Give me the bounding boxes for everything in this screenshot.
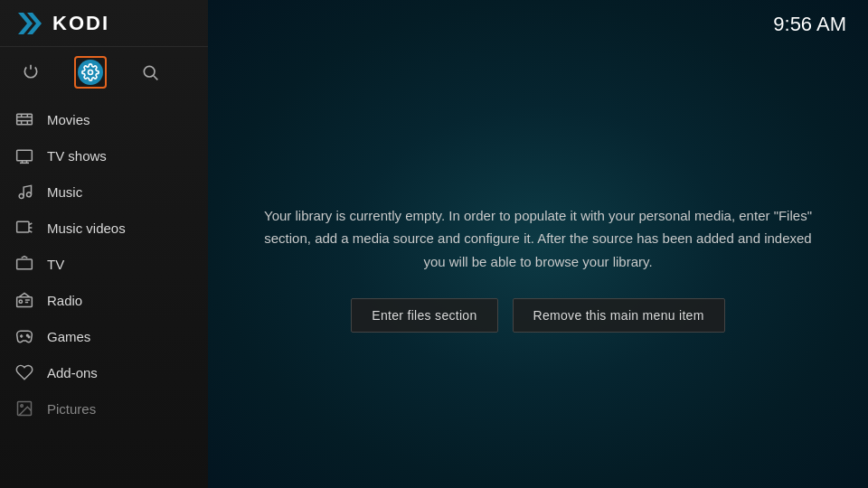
nav-item-pictures[interactable]: Pictures — [0, 390, 208, 427]
svg-line-4 — [154, 76, 158, 80]
games-icon — [14, 326, 34, 346]
main-nav: Movies TV shows Music — [0, 98, 208, 427]
nav-item-tvshows[interactable]: TV shows — [0, 137, 208, 174]
movies-icon — [14, 109, 34, 129]
tvshows-icon — [14, 145, 34, 165]
svg-point-30 — [21, 405, 23, 408]
nav-item-radio-label: Radio — [47, 293, 82, 308]
addons-icon — [14, 362, 34, 382]
remove-menu-item-button[interactable]: Remove this main menu item — [513, 298, 725, 333]
sidebar-icon-row — [0, 47, 208, 98]
svg-rect-5 — [17, 114, 33, 125]
music-icon — [14, 182, 34, 202]
nav-item-tv[interactable]: TV — [0, 246, 208, 282]
svg-point-2 — [89, 70, 93, 75]
sidebar-header: KODI — [0, 0, 208, 47]
settings-button[interactable] — [74, 56, 107, 89]
search-button[interactable] — [134, 56, 166, 89]
nav-item-tvshows-label: TV shows — [47, 148, 107, 164]
kodi-logo — [14, 9, 43, 38]
nav-item-movies-label: Movies — [47, 112, 90, 127]
svg-rect-18 — [17, 221, 29, 232]
pictures-icon — [14, 399, 34, 418]
power-button[interactable] — [14, 56, 47, 89]
musicvideos-icon — [14, 218, 34, 238]
nav-item-games[interactable]: Games — [0, 318, 208, 354]
nav-item-games-label: Games — [47, 329, 90, 344]
nav-item-pictures-label: Pictures — [47, 401, 96, 417]
svg-rect-12 — [17, 150, 33, 161]
nav-item-tv-label: TV — [47, 257, 64, 272]
nav-item-musicvideos[interactable]: Music videos — [0, 210, 208, 246]
tv-icon — [14, 254, 34, 274]
library-empty-message: Your library is currently empty. In orde… — [262, 204, 814, 274]
nav-item-musicvideos-label: Music videos — [47, 221, 126, 236]
svg-point-3 — [144, 66, 155, 77]
svg-point-28 — [28, 336, 30, 338]
app-title: KODI — [52, 12, 109, 35]
nav-item-radio[interactable]: Radio — [0, 282, 208, 318]
svg-rect-22 — [17, 259, 33, 269]
nav-item-addons-label: Add-ons — [47, 365, 98, 380]
svg-point-24 — [19, 300, 22, 303]
sidebar: KODI — [0, 0, 208, 488]
action-buttons: Enter files section Remove this main men… — [351, 298, 724, 333]
radio-icon — [14, 290, 34, 310]
nav-item-addons[interactable]: Add-ons — [0, 354, 208, 390]
top-bar: 9:56 AM — [208, 0, 868, 49]
enter-files-button[interactable]: Enter files section — [351, 298, 497, 333]
content-area: Your library is currently empty. In orde… — [208, 49, 868, 488]
nav-item-music[interactable]: Music — [0, 174, 208, 210]
nav-item-music-label: Music — [47, 184, 82, 200]
main-content: 9:56 AM Your library is currently empty.… — [208, 0, 868, 488]
nav-item-movies[interactable]: Movies — [0, 101, 208, 137]
clock: 9:56 AM — [773, 13, 846, 36]
